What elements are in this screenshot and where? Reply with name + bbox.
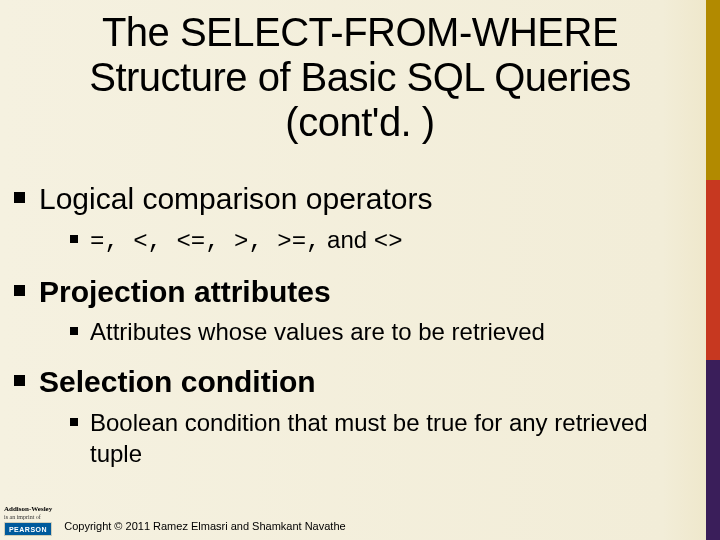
plain-text: and — [320, 226, 373, 253]
square-bullet-icon — [70, 235, 78, 243]
code-text: <> — [374, 228, 403, 255]
bullet-level1: Logical comparison operators — [14, 180, 690, 218]
square-bullet-icon — [70, 418, 78, 426]
square-bullet-icon — [14, 192, 25, 203]
publisher-block: Addison-Wesley is an imprint of PEARSON — [4, 506, 52, 536]
decorative-stripe — [706, 0, 720, 540]
bullet-text: Boolean condition that must be true for … — [90, 407, 690, 469]
publisher-name: Addison-Wesley — [4, 506, 52, 513]
slide-footer: Addison-Wesley is an imprint of PEARSON … — [0, 502, 706, 540]
bullet-text: Selection condition — [39, 363, 316, 401]
bullet-text: Attributes whose values are to be retrie… — [90, 316, 545, 347]
bullet-text: Projection attributes — [39, 273, 331, 311]
slide: The SELECT-FROM-WHERE Structure of Basic… — [0, 0, 720, 540]
bullet-level1: Projection attributes — [14, 273, 690, 311]
bullet-text: =, <, <=, >, >=, and <> — [90, 224, 403, 257]
publisher-tagline: is an imprint of — [4, 514, 41, 520]
copyright-text: Copyright © 2011 Ramez Elmasri and Shamk… — [64, 520, 345, 532]
square-bullet-icon — [14, 375, 25, 386]
square-bullet-icon — [14, 285, 25, 296]
bullet-level2: Attributes whose values are to be retrie… — [70, 316, 690, 347]
pearson-logo: PEARSON — [4, 522, 52, 536]
square-bullet-icon — [70, 327, 78, 335]
bullet-level1: Selection condition — [14, 363, 690, 401]
bullet-text: Logical comparison operators — [39, 180, 433, 218]
bullet-level2: Boolean condition that must be true for … — [70, 407, 690, 469]
slide-content: Logical comparison operators =, <, <=, >… — [14, 180, 690, 485]
code-text: =, <, <=, >, >=, — [90, 228, 320, 255]
slide-title: The SELECT-FROM-WHERE Structure of Basic… — [40, 10, 680, 144]
bullet-level2: =, <, <=, >, >=, and <> — [70, 224, 690, 257]
